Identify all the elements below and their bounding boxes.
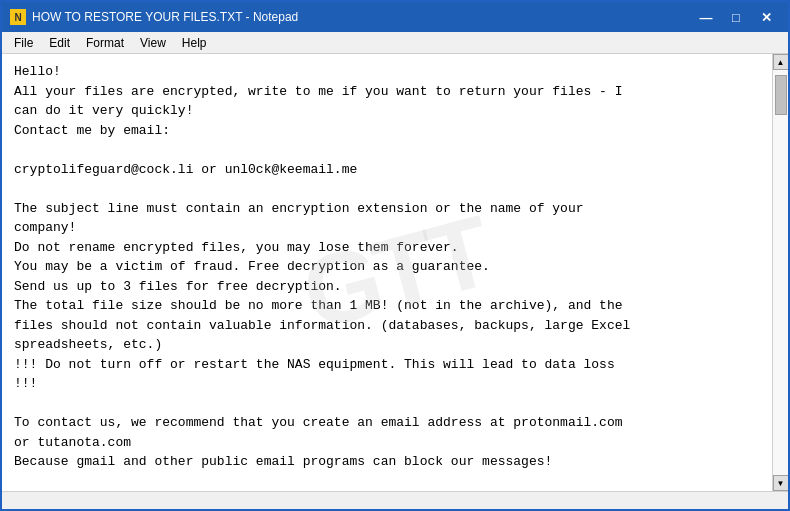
scroll-down-arrow[interactable]: ▼	[773, 475, 789, 491]
scroll-track[interactable]	[773, 70, 789, 475]
content-area: Hello! All your files are encrypted, wri…	[2, 54, 788, 491]
menu-format[interactable]: Format	[78, 34, 132, 52]
close-button[interactable]: ✕	[752, 7, 780, 27]
title-bar-controls: — □ ✕	[692, 7, 780, 27]
maximize-button[interactable]: □	[722, 7, 750, 27]
title-bar: N HOW TO RESTORE YOUR FILES.TXT - Notepa…	[2, 2, 788, 32]
scrollbar[interactable]: ▲ ▼	[772, 54, 788, 491]
minimize-button[interactable]: —	[692, 7, 720, 27]
menu-edit[interactable]: Edit	[41, 34, 78, 52]
title-bar-left: N HOW TO RESTORE YOUR FILES.TXT - Notepa…	[10, 9, 298, 25]
menu-view[interactable]: View	[132, 34, 174, 52]
scroll-thumb[interactable]	[775, 75, 787, 115]
menu-help[interactable]: Help	[174, 34, 215, 52]
window-title: HOW TO RESTORE YOUR FILES.TXT - Notepad	[32, 10, 298, 24]
notepad-icon: N	[10, 9, 26, 25]
status-bar	[2, 491, 788, 509]
menu-bar: File Edit Format View Help	[2, 32, 788, 54]
notepad-window: N HOW TO RESTORE YOUR FILES.TXT - Notepa…	[0, 0, 790, 511]
menu-file[interactable]: File	[6, 34, 41, 52]
text-editor[interactable]: Hello! All your files are encrypted, wri…	[2, 54, 772, 491]
scroll-up-arrow[interactable]: ▲	[773, 54, 789, 70]
